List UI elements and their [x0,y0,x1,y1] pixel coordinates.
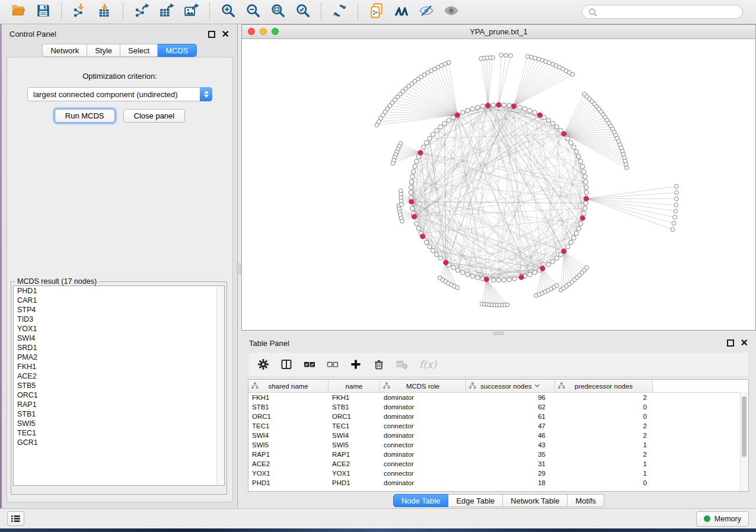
cell-shared-name[interactable]: STB1 [248,403,328,411]
cell-name[interactable]: FKH1 [328,394,380,401]
mcds-result-item[interactable]: CAR1 [14,296,224,305]
cell-MCDS-role[interactable]: connector [380,441,466,448]
cell-successor-nodes[interactable]: 46 [466,432,555,439]
zoom-in-button[interactable] [216,2,241,22]
cell-MCDS-role[interactable]: connector [380,460,466,467]
export-network-button[interactable] [129,2,154,22]
column-header-MCDS-role[interactable]: MCDS role [380,380,466,392]
mcds-result-item[interactable]: ORC1 [14,390,224,400]
table-row[interactable]: SWI4SWI4dominator462 [248,431,748,440]
zoom-fit-button[interactable] [266,2,291,22]
run-mcds-button[interactable]: Run MCDS [55,109,115,123]
export-table-button[interactable] [154,2,179,22]
cell-successor-nodes[interactable]: 29 [466,470,555,477]
cell-shared-name[interactable]: SWI5 [248,441,328,448]
cell-successor-nodes[interactable]: 35 [466,451,555,458]
table-row[interactable]: ORC1ORC1dominator610 [248,412,748,421]
table-tab-edge-table[interactable]: Edge Table [448,494,503,507]
cell-predecessor-nodes[interactable]: 1 [555,460,653,467]
search-input[interactable] [598,7,737,17]
cell-shared-name[interactable]: TEC1 [248,422,328,430]
cell-predecessor-nodes[interactable]: 0 [555,413,653,420]
table-row[interactable]: STB1STB1dominator620 [248,402,748,412]
cell-MCDS-role[interactable]: dominator [380,413,466,420]
mcds-list-scrollbar[interactable] [216,286,224,485]
mcds-result-item[interactable]: TID3 [14,315,224,324]
horizontal-splitter-handle[interactable] [493,332,504,335]
close-table-panel-icon[interactable]: ✕ [741,340,748,346]
cell-predecessor-nodes[interactable]: 2 [555,394,653,401]
task-history-button[interactable] [7,511,24,526]
cell-shared-name[interactable]: ORC1 [248,413,328,420]
cell-predecessor-nodes[interactable]: 1 [555,441,653,448]
save-button[interactable] [31,2,56,22]
cell-MCDS-role[interactable]: dominator [380,479,466,486]
import-network-button[interactable] [68,2,92,22]
cell-name[interactable]: SWI4 [328,432,380,439]
mcds-result-item[interactable]: STB5 [14,381,224,390]
cell-predecessor-nodes[interactable]: 0 [555,479,653,486]
show-all-button[interactable] [439,2,464,22]
tab-style[interactable]: Style [87,44,120,57]
cell-shared-name[interactable]: RAP1 [248,451,328,458]
table-row[interactable]: YOX1YOX1connector291 [248,469,748,478]
tab-mcds[interactable]: MCDS [158,44,196,57]
column-header-predecessor-nodes[interactable]: predecessor nodes [555,380,653,392]
mcds-result-item[interactable]: TEC1 [14,428,224,438]
cell-name[interactable]: SWI5 [328,441,380,448]
mcds-result-item[interactable]: STP4 [14,305,224,315]
mcds-result-item[interactable]: ACE2 [14,371,224,381]
column-header-successor-nodes[interactable]: successor nodes [466,380,555,392]
cell-MCDS-role[interactable]: connector [380,470,466,477]
cell-MCDS-role[interactable]: dominator [380,403,466,411]
mcds-result-item[interactable]: YOX1 [14,324,224,334]
network-canvas[interactable] [242,39,755,330]
table-row[interactable]: SWI5SWI5connector431 [248,440,748,450]
cell-name[interactable]: RAP1 [328,451,380,458]
table-row[interactable]: RAP1RAP1dominator352 [248,450,748,459]
cell-successor-nodes[interactable]: 96 [466,394,555,401]
delete-icon[interactable] [373,358,385,370]
window-maximize-icon[interactable] [272,28,279,35]
tab-network[interactable]: Network [42,44,87,57]
cell-shared-name[interactable]: PHD1 [248,479,328,486]
cell-name[interactable]: TEC1 [328,422,380,430]
criterion-select[interactable]: largest connected component (undirected) [27,87,212,101]
delete-table-icon[interactable] [396,358,408,370]
cell-name[interactable]: STB1 [328,403,380,411]
table-row[interactable]: ACE2ACE2connector311 [248,459,748,469]
mcds-result-item[interactable]: STB1 [14,409,224,419]
add-icon[interactable] [350,358,362,370]
zoom-out-button[interactable] [241,2,266,22]
open-folder-button[interactable] [6,2,31,22]
cell-successor-nodes[interactable]: 47 [466,422,555,430]
cell-name[interactable]: YOX1 [328,470,380,477]
cell-shared-name[interactable]: ACE2 [248,460,328,467]
cell-predecessor-nodes[interactable]: 0 [555,403,653,411]
export-image-button[interactable] [179,2,204,22]
cell-successor-nodes[interactable]: 18 [466,479,555,486]
zoom-selected-button[interactable] [291,2,315,22]
table-scrollbar[interactable] [740,392,748,491]
mcds-result-item[interactable]: SWI5 [14,419,224,428]
cell-predecessor-nodes[interactable]: 1 [555,470,653,477]
table-row[interactable]: TEC1TEC1connector472 [248,421,748,431]
close-panel-button[interactable]: Close panel [123,109,186,123]
float-table-panel-icon[interactable] [727,339,734,347]
cell-MCDS-role[interactable]: dominator [380,451,466,458]
unselect-all-columns-icon[interactable] [327,358,339,370]
cell-shared-name[interactable]: SWI4 [248,432,328,439]
table-row[interactable]: FKH1FKH1dominator962 [248,393,748,402]
vertical-splitter-handle[interactable] [237,264,241,274]
cell-successor-nodes[interactable]: 62 [466,403,555,411]
table-tab-node-table[interactable]: Node Table [393,494,449,507]
cell-successor-nodes[interactable]: 61 [466,413,555,420]
mcds-result-list[interactable]: PHD1CAR1STP4TID3YOX1SWI4SRD1PMA2FKH1ACE2… [13,286,225,486]
mcds-result-item[interactable]: PHD1 [14,286,224,296]
cell-name[interactable]: PHD1 [328,479,380,486]
float-panel-icon[interactable] [208,31,215,38]
column-header-name[interactable]: name [328,380,380,392]
import-table-button[interactable] [92,2,117,22]
mcds-result-item[interactable]: SWI4 [14,334,224,343]
cell-successor-nodes[interactable]: 43 [466,441,555,448]
